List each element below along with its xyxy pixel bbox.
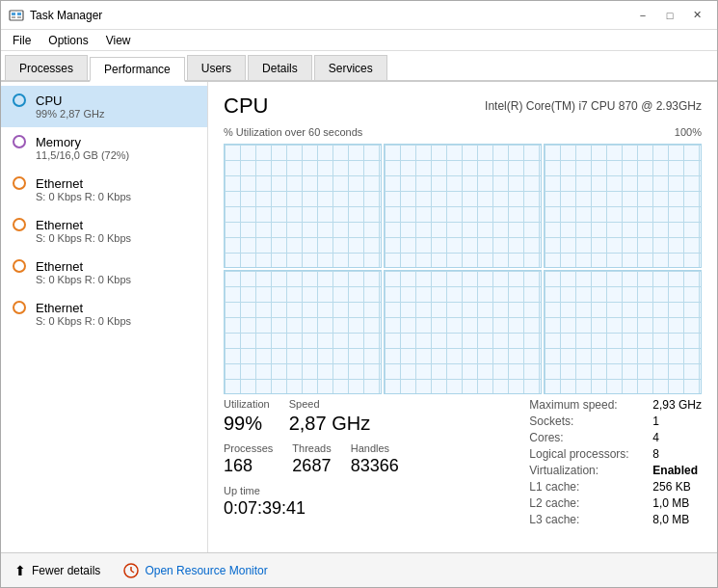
memory-icon — [13, 135, 26, 148]
utilization-label: Utilization — [224, 398, 270, 410]
sidebar-ethernet2-name: Ethernet — [36, 218, 131, 232]
logical-proc-label: Logical processors: — [529, 447, 645, 461]
sidebar-item-ethernet1-info: Ethernet S: 0 Kbps R: 0 Kbps — [36, 176, 131, 202]
processes-group: Processes 168 — [224, 442, 273, 477]
menu-bar: File Options View — [1, 30, 717, 51]
cores-value: 4 — [652, 431, 659, 444]
sidebar-item-cpu[interactable]: CPU 99% 2,87 GHz — [1, 86, 207, 127]
l2-cache-row: L2 cache: 1,0 MB — [529, 496, 702, 510]
fewer-details-icon: ⬆ — [14, 563, 26, 578]
l3-cache-label: L3 cache: — [529, 513, 645, 526]
handles-value: 83366 — [351, 456, 399, 477]
chart-core3 — [544, 144, 702, 268]
threads-value: 2687 — [292, 456, 331, 477]
logical-proc-row: Logical processors: 8 — [529, 447, 702, 461]
threads-label: Threads — [292, 442, 331, 454]
stats-bottom: Utilization 99% Speed 2,87 GHz Processes… — [224, 398, 702, 526]
speed-label: Speed — [289, 398, 370, 410]
svg-rect-4 — [17, 16, 21, 18]
chart-label-row: % Utilization over 60 seconds 100% — [224, 126, 702, 138]
tab-details[interactable]: Details — [248, 55, 312, 80]
sockets-row: Sockets: 1 — [529, 414, 702, 428]
sidebar-item-ethernet2-info: Ethernet S: 0 Kbps R: 0 Kbps — [36, 218, 131, 244]
max-speed-row: Maximum speed: 2,93 GHz — [529, 398, 702, 412]
tab-performance[interactable]: Performance — [90, 57, 185, 82]
main-panel: CPU Intel(R) Core(TM) i7 CPU 870 @ 2.93G… — [208, 82, 717, 552]
max-speed-label: Maximum speed: — [529, 398, 645, 412]
menu-file[interactable]: File — [5, 32, 39, 49]
logical-proc-value: 8 — [652, 447, 659, 461]
chart-core2 — [384, 144, 542, 268]
ethernet3-icon — [13, 259, 26, 273]
utilization-value: 99% — [224, 412, 270, 435]
l3-cache-row: L3 cache: 8,0 MB — [529, 513, 702, 526]
threads-group: Threads 2687 — [292, 442, 331, 477]
max-speed-value: 2,93 GHz — [652, 398, 702, 412]
tab-processes[interactable]: Processes — [5, 55, 88, 80]
cpu-header: CPU Intel(R) Core(TM) i7 CPU 870 @ 2.93G… — [224, 94, 702, 119]
cpu-title: CPU — [224, 94, 268, 119]
ethernet4-icon — [13, 301, 26, 314]
fewer-details-button[interactable]: ⬆ Fewer details — [11, 561, 104, 580]
title-bar-controls: − □ ✕ — [630, 6, 709, 25]
svg-rect-3 — [12, 16, 15, 18]
maximize-button[interactable]: □ — [657, 6, 682, 25]
utilization-speed-row: Utilization 99% Speed 2,87 GHz — [224, 398, 399, 435]
virtualization-value: Enabled — [652, 464, 698, 477]
uptime-label: Up time — [224, 485, 399, 496]
tab-services[interactable]: Services — [314, 55, 387, 80]
cpu-model: Intel(R) Core(TM) i7 CPU 870 @ 2.93GHz — [485, 99, 702, 113]
sidebar-item-ethernet4[interactable]: Ethernet S: 0 Kbps R: 0 Kbps — [1, 293, 207, 334]
processes-threads-handles-row: Processes 168 Threads 2687 Handles 83366 — [224, 442, 399, 477]
content-area: CPU 99% 2,87 GHz Memory 11,5/16,0 GB (72… — [1, 82, 717, 552]
sidebar-item-ethernet1[interactable]: Ethernet S: 0 Kbps R: 0 Kbps — [1, 169, 207, 210]
uptime-value: 0:07:39:41 — [224, 498, 399, 519]
sidebar-ethernet3-sub: S: 0 Kbps R: 0 Kbps — [36, 274, 131, 285]
sidebar-item-ethernet3-info: Ethernet S: 0 Kbps R: 0 Kbps — [36, 259, 131, 285]
bottom-bar: ⬆ Fewer details Open Resource Monitor — [1, 552, 717, 587]
sidebar-ethernet3-name: Ethernet — [36, 259, 131, 274]
tab-users[interactable]: Users — [187, 55, 246, 80]
resource-monitor-label: Open Resource Monitor — [145, 564, 267, 577]
menu-options[interactable]: Options — [40, 32, 95, 49]
close-button[interactable]: ✕ — [684, 6, 709, 25]
tabs-bar: Processes Performance Users Details Serv… — [1, 51, 717, 82]
cores-row: Cores: 4 — [529, 431, 702, 444]
menu-view[interactable]: View — [98, 32, 139, 49]
handles-label: Handles — [351, 442, 399, 454]
l1-cache-label: L1 cache: — [529, 480, 645, 494]
minimize-button[interactable]: − — [630, 6, 655, 25]
sidebar-ethernet1-name: Ethernet — [36, 176, 131, 191]
sidebar-ethernet2-sub: S: 0 Kbps R: 0 Kbps — [36, 232, 131, 244]
sockets-value: 1 — [652, 414, 659, 428]
cpu-charts-grid — [224, 144, 702, 394]
chart-core4 — [224, 270, 382, 394]
chart-core6 — [544, 270, 702, 394]
fewer-details-label: Fewer details — [32, 564, 100, 577]
l2-cache-value: 1,0 MB — [652, 496, 689, 510]
svg-rect-2 — [17, 13, 21, 15]
sidebar-item-ethernet4-info: Ethernet S: 0 Kbps R: 0 Kbps — [36, 301, 131, 327]
speed-group: Speed 2,87 GHz — [289, 398, 370, 435]
uptime-group: Up time 0:07:39:41 — [224, 485, 399, 519]
open-resource-monitor-button[interactable]: Open Resource Monitor — [123, 563, 267, 578]
sidebar-item-cpu-info: CPU 99% 2,87 GHz — [36, 94, 105, 120]
sidebar-item-ethernet3[interactable]: Ethernet S: 0 Kbps R: 0 Kbps — [1, 252, 207, 293]
title-bar: Task Manager − □ ✕ — [1, 1, 717, 30]
sidebar-item-memory[interactable]: Memory 11,5/16,0 GB (72%) — [1, 127, 207, 169]
sidebar-memory-sub: 11,5/16,0 GB (72%) — [36, 149, 129, 161]
l1-cache-row: L1 cache: 256 KB — [529, 480, 702, 494]
svg-rect-1 — [12, 13, 15, 15]
virtualization-row: Virtualization: Enabled — [529, 464, 702, 477]
cores-label: Cores: — [529, 431, 645, 444]
ethernet1-icon — [13, 176, 26, 190]
chart-max: 100% — [675, 126, 702, 138]
sidebar-ethernet4-sub: S: 0 Kbps R: 0 Kbps — [36, 315, 131, 327]
chart-label-text: % Utilization over 60 seconds — [224, 126, 362, 138]
chart-core5 — [384, 270, 542, 394]
processes-value: 168 — [224, 456, 273, 477]
sidebar-item-ethernet2[interactable]: Ethernet S: 0 Kbps R: 0 Kbps — [1, 210, 207, 252]
sidebar-item-memory-info: Memory 11,5/16,0 GB (72%) — [36, 135, 129, 161]
sidebar-memory-name: Memory — [36, 135, 129, 149]
sidebar-cpu-name: CPU — [36, 94, 105, 108]
